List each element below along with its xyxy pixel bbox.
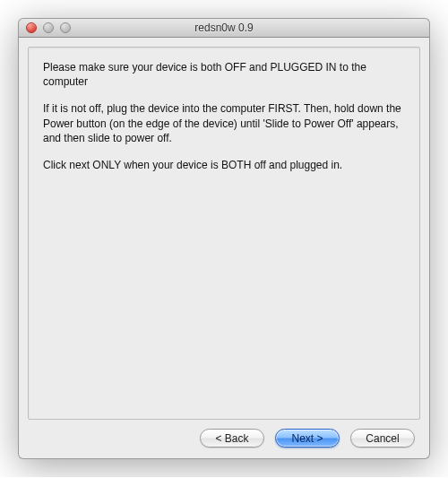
instruction-line-2: If it is not off, plug the device into t…	[43, 101, 405, 145]
titlebar[interactable]: redsn0w 0.9	[18, 18, 430, 38]
close-icon[interactable]	[26, 22, 37, 33]
traffic-lights	[26, 22, 71, 33]
instruction-line-3: Click next ONLY when your device is BOTH…	[43, 158, 405, 172]
next-button[interactable]: Next >	[275, 429, 340, 448]
instructions-panel: Please make sure your device is both OFF…	[28, 47, 420, 420]
window-title: redsn0w 0.9	[26, 22, 422, 34]
window-body: Please make sure your device is both OFF…	[18, 38, 430, 459]
cancel-button[interactable]: Cancel	[350, 429, 415, 448]
app-window: redsn0w 0.9 Please make sure your device…	[18, 18, 430, 459]
instruction-line-1: Please make sure your device is both OFF…	[43, 60, 405, 89]
minimize-icon[interactable]	[43, 22, 54, 33]
back-button[interactable]: < Back	[200, 429, 264, 448]
zoom-icon[interactable]	[60, 22, 71, 33]
wizard-button-row: < Back Next > Cancel	[28, 420, 420, 449]
